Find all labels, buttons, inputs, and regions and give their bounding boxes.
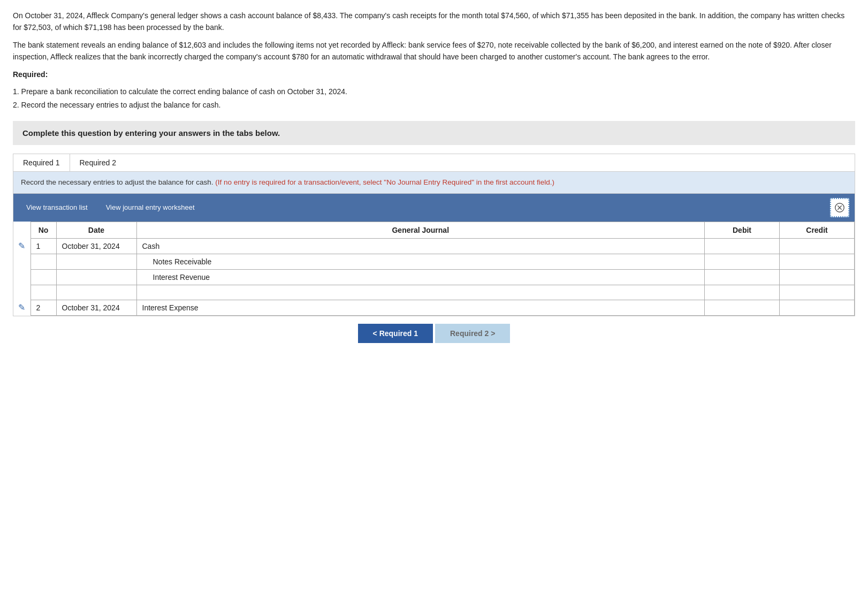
tab-required2[interactable]: Required 2 [70, 154, 126, 171]
prev-button[interactable]: < Required 1 [358, 324, 433, 343]
edit-cell-1[interactable]: ✎ [13, 238, 31, 254]
view-journal-entry-button[interactable]: View journal entry worksheet [98, 200, 202, 215]
info-text: Record the necessary entries to adjust t… [21, 178, 213, 186]
toolbar: View transaction list View journal entry… [13, 194, 855, 222]
edit-cell-3 [13, 269, 31, 285]
debit-cell-1[interactable] [705, 238, 780, 254]
edit-cell-2 [13, 254, 31, 269]
table-row: Interest Revenue [13, 269, 855, 285]
no-cell-4: 2 [31, 300, 56, 315]
tabs-row: Required 1 Required 2 [13, 154, 855, 172]
edit-header [13, 222, 31, 238]
no-cell-2 [31, 254, 56, 269]
info-banner: Record the necessary entries to adjust t… [13, 172, 855, 194]
account-cell-1[interactable]: Cash [136, 238, 705, 254]
debit-cell-2[interactable] [705, 254, 780, 269]
empty-row-1 [13, 285, 855, 300]
required-item-2: 2. Record the necessary entries to adjus… [13, 99, 855, 111]
date-cell-4: October 31, 2024 [56, 300, 136, 315]
date-cell-1: October 31, 2024 [56, 238, 136, 254]
no-cell-3 [31, 269, 56, 285]
credit-cell-2[interactable] [780, 254, 855, 269]
nav-buttons: < Required 1 Required 2 > [13, 324, 855, 343]
debit-cell-3[interactable] [705, 269, 780, 285]
credit-cell-4[interactable] [780, 300, 855, 315]
paragraph1: On October 31, 2024, Affleck Company's g… [13, 10, 855, 34]
next-button[interactable]: Required 2 > [435, 324, 510, 343]
date-cell-2 [56, 254, 136, 269]
required-list: 1. Prepare a bank reconciliation to calc… [13, 86, 855, 111]
date-cell-3 [56, 269, 136, 285]
tab-required1[interactable]: Required 1 [13, 154, 70, 171]
credit-cell-3[interactable] [780, 269, 855, 285]
table-row: ✎ 2 October 31, 2024 Interest Expense [13, 300, 855, 315]
info-red-text: (If no entry is required for a transacti… [215, 178, 554, 186]
tabs-container: Required 1 Required 2 Record the necessa… [13, 154, 855, 316]
no-cell-1: 1 [31, 238, 56, 254]
required-header: Required: [13, 68, 855, 80]
no-header: No [31, 222, 56, 238]
view-transaction-list-button[interactable]: View transaction list [19, 200, 95, 215]
paragraph2: The bank statement reveals an ending bal… [13, 39, 855, 63]
account-cell-2[interactable]: Notes Receivable [136, 254, 705, 269]
date-header: Date [56, 222, 136, 238]
required-item-1: 1. Prepare a bank reconciliation to calc… [13, 86, 855, 97]
account-cell-4[interactable]: Interest Expense [136, 300, 705, 315]
edit-cell-4[interactable]: ✎ [13, 300, 31, 315]
debit-header: Debit [705, 222, 780, 238]
problem-text: On October 31, 2024, Affleck Company's g… [13, 10, 855, 111]
edit-icon-2[interactable]: ✎ [18, 303, 25, 312]
journal-header: General Journal [136, 222, 705, 238]
edit-icon-1[interactable]: ✎ [18, 241, 25, 250]
settings-icon[interactable] [830, 198, 849, 217]
credit-header: Credit [780, 222, 855, 238]
credit-cell-1[interactable] [780, 238, 855, 254]
instruction-box: Complete this question by entering your … [13, 121, 855, 145]
table-row: ✎ 1 October 31, 2024 Cash [13, 238, 855, 254]
journal-table: No Date General Journal Debit Credit ✎ 1… [13, 222, 855, 316]
account-cell-3[interactable]: Interest Revenue [136, 269, 705, 285]
debit-cell-4[interactable] [705, 300, 780, 315]
table-row: Notes Receivable [13, 254, 855, 269]
